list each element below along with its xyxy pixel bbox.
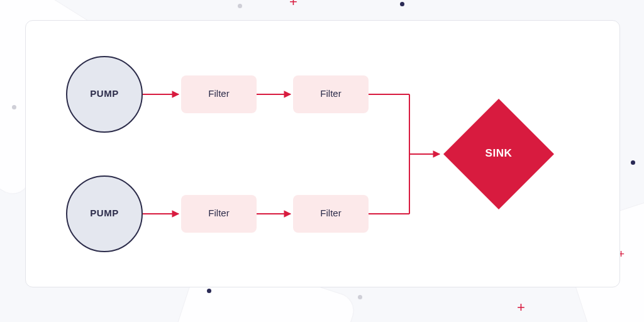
decor-plus-icon: + bbox=[517, 301, 525, 314]
filter-top-2-label: Filter bbox=[320, 88, 341, 99]
decor-dot-icon bbox=[631, 160, 635, 165]
filter-bottom-2-node: Filter bbox=[293, 195, 369, 233]
filter-bottom-1-label: Filter bbox=[208, 208, 229, 218]
sink-label: SINK bbox=[485, 147, 512, 159]
filter-bottom-2-label: Filter bbox=[320, 208, 341, 218]
filter-top-1-node: Filter bbox=[181, 75, 257, 113]
decor-dot-icon bbox=[358, 295, 362, 299]
sink-node: SINK bbox=[443, 99, 554, 209]
decor-dot-icon bbox=[207, 289, 211, 293]
decor-dot-icon bbox=[12, 105, 16, 109]
pump-bottom-node: PUMP bbox=[67, 176, 142, 252]
decor-plus-icon: + bbox=[289, 0, 297, 9]
filter-top-2-node: Filter bbox=[293, 75, 369, 113]
decor-dot-icon bbox=[238, 4, 242, 8]
pump-top-label: PUMP bbox=[90, 88, 118, 99]
flow-diagram: PUMP Filter Filter PUMP Filter Filter bbox=[26, 21, 619, 287]
pump-top-node: PUMP bbox=[67, 57, 142, 132]
filter-top-1-label: Filter bbox=[208, 88, 229, 99]
decor-dot-icon bbox=[400, 2, 404, 6]
filter-bottom-1-node: Filter bbox=[181, 195, 257, 233]
diagram-card: PUMP Filter Filter PUMP Filter Filter bbox=[25, 20, 620, 287]
pump-bottom-label: PUMP bbox=[90, 208, 118, 218]
